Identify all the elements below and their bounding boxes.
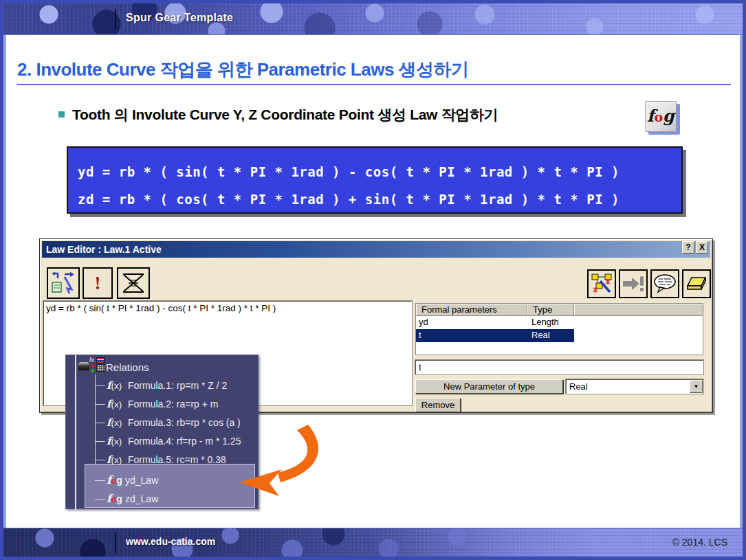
- row-selection-highlight: [416, 329, 574, 342]
- slide-footer: www.edu-catia.com © 2014. LCS: [3, 528, 743, 557]
- footer-copyright: © 2014. LCS: [672, 537, 727, 548]
- close-button[interactable]: X: [696, 241, 708, 254]
- erase-all-icon: [122, 273, 145, 293]
- frame-strip-left: [3, 33, 6, 557]
- insert-parameter-button[interactable]: [47, 267, 80, 299]
- eraser-icon: [685, 275, 708, 293]
- check-validity-button[interactable]: !: [83, 267, 113, 299]
- relations-fx-badge: fx: [89, 357, 94, 363]
- code-line-zd: zd = rb * ( cos( t * PI * 1rad ) + sin( …: [78, 186, 681, 213]
- fx-icon: f(x): [107, 379, 122, 392]
- law-formula-codebox: yd = rb * ( sin( t * PI * 1rad ) - cos( …: [67, 146, 683, 214]
- callout-arrow: [227, 412, 337, 508]
- banner-title: Spur Gear Template: [126, 12, 233, 24]
- insert-parameter-icon: [51, 271, 76, 295]
- tree-item-formula1[interactable]: f(x) Formula.1: rp=m * Z / 2: [66, 378, 259, 393]
- footer-divider: [115, 533, 116, 553]
- fog-icon: fog: [107, 473, 122, 486]
- exclamation-icon: !: [95, 274, 101, 293]
- heading-underline: [17, 84, 731, 85]
- banner-divider: [115, 9, 116, 30]
- fog-icon: fog: [107, 492, 122, 505]
- param-row-t[interactable]: t Real: [416, 329, 703, 342]
- type-dropdown[interactable]: Real ▼: [566, 379, 703, 394]
- header-empty: [574, 304, 703, 315]
- code-line-yd: yd = rb * ( sin( t * PI * 1rad ) - cos( …: [78, 158, 681, 186]
- parameter-name-input[interactable]: [415, 360, 703, 374]
- header-formal-parameters: Formal parameters: [416, 304, 527, 315]
- tree-root-label: Relations: [106, 361, 149, 373]
- comment-button[interactable]: [650, 269, 679, 298]
- param-row-yd[interactable]: yd Length: [416, 316, 703, 329]
- bullet-marker: [58, 111, 65, 117]
- footer-url[interactable]: www.edu-catia.com: [126, 536, 215, 547]
- dialog-titlebar[interactable]: Law Editor : Law.1 Active: [42, 241, 710, 258]
- arrow-exclamation-icon: [622, 275, 644, 293]
- params-table-header: Formal parameters Type: [415, 303, 703, 316]
- fx-icon: f(x): [107, 398, 122, 410]
- frame-strip-right: [740, 33, 743, 557]
- slide-header-banner: Spur Gear Template: [3, 3, 743, 35]
- wizard-button[interactable]: [587, 269, 616, 298]
- relations-icon: [78, 362, 89, 370]
- red-dot-icon: [91, 364, 94, 368]
- new-parameter-button[interactable]: New Parameter of type: [415, 379, 563, 394]
- relations-flag-icon: [96, 357, 105, 363]
- speech-bubble-icon: [653, 273, 677, 294]
- type-dropdown-value: Real: [569, 381, 588, 392]
- page-title: 2. Involute Curve 작업을 위한 Parametric Laws…: [17, 58, 736, 82]
- relations-table-icon: [96, 364, 105, 372]
- erase-all-button[interactable]: [117, 267, 150, 299]
- header-type: Type: [527, 304, 574, 315]
- help-button[interactable]: ?: [682, 241, 694, 254]
- bullet-text: Tooth 의 Involute Curve Y, Z Coordinate P…: [72, 105, 498, 124]
- fx-icon: f(x): [107, 453, 122, 466]
- apply-button[interactable]: [619, 269, 648, 298]
- fog-law-icon[interactable]: fog: [645, 101, 677, 132]
- green-dot-icon: [91, 369, 94, 372]
- fx-icon: f(x): [107, 416, 122, 429]
- tree-item-formula2[interactable]: f(x) Formula.2: ra=rp + m: [66, 396, 259, 412]
- wizard-icon: [591, 273, 613, 295]
- eraser-button[interactable]: [682, 269, 711, 298]
- chevron-down-icon[interactable]: ▼: [690, 380, 703, 393]
- params-table: yd Length t Real: [415, 316, 703, 355]
- remove-button[interactable]: Remove: [415, 398, 461, 412]
- fx-icon: f(x): [107, 435, 122, 447]
- dialog-title: Law Editor : Law.1 Active: [46, 244, 162, 255]
- slide: Spur Gear Template 2. Involute Curve 작업을…: [0, 0, 746, 560]
